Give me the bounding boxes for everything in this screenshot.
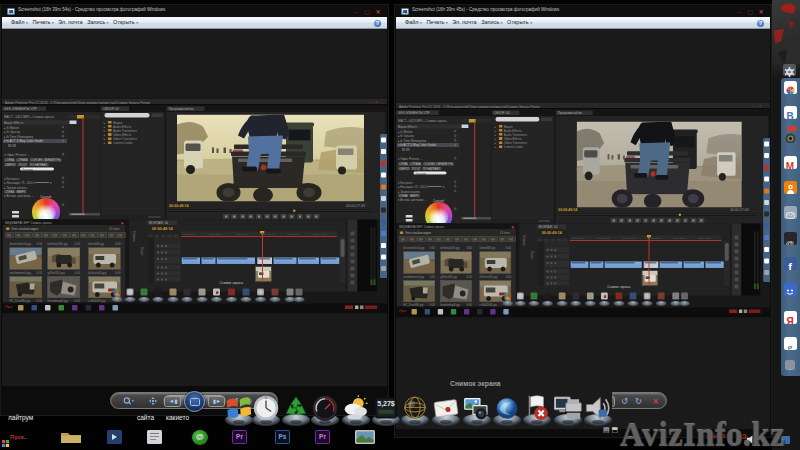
svg-text:5,27$: 5,27$ (377, 400, 395, 408)
